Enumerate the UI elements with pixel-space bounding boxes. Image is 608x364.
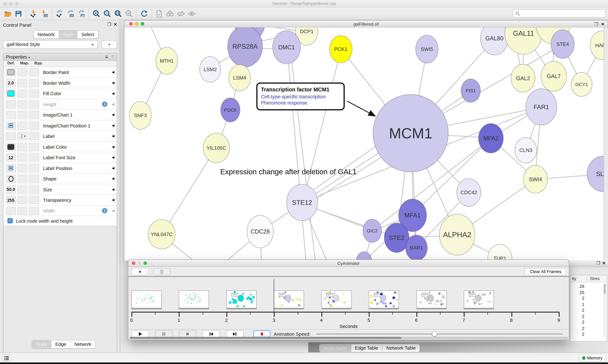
style-select[interactable]: galFiltered Style ▼	[3, 40, 98, 49]
table-cell[interactable]: 2	[571, 320, 584, 325]
play-button[interactable]	[131, 330, 149, 337]
bypass-cell[interactable]	[29, 68, 39, 76]
network-edge[interactable]	[303, 50, 341, 202]
default-value-cell[interactable]	[6, 90, 16, 98]
close-panel-icon[interactable]: ✕	[113, 23, 117, 27]
mapping-cell[interactable]	[17, 175, 28, 183]
frame-thumbnail-4[interactable]	[321, 290, 352, 308]
import-table-icon[interactable]	[39, 9, 50, 19]
lock-checkbox[interactable]: ✓	[7, 218, 13, 223]
speed-slider[interactable]	[316, 334, 563, 335]
mapping-cell[interactable]	[17, 185, 28, 193]
property-row[interactable]: Image/Chart Position 1◀	[3, 120, 117, 131]
default-value-cell[interactable]: 50.0	[6, 185, 16, 193]
expand-row-icon[interactable]: ◀	[112, 81, 114, 85]
zoom-selected-icon[interactable]	[123, 9, 134, 19]
expand-row-icon[interactable]: ◀	[112, 155, 114, 159]
speed-slider-knob[interactable]	[432, 331, 437, 337]
bypass-cell[interactable]	[29, 164, 39, 172]
mapping-cell[interactable]	[17, 164, 28, 172]
property-row[interactable]: Border Paint◀	[3, 67, 117, 78]
cyanimator-hscrollbar[interactable]	[129, 337, 568, 339]
bypass-cell[interactable]	[29, 143, 39, 151]
playhead[interactable]	[274, 279, 274, 312]
annotation-link[interactable]: Pheromone response	[261, 100, 340, 106]
mapping-cell[interactable]	[17, 79, 28, 87]
frame-thumbnail-0[interactable]	[131, 290, 162, 308]
export-image-icon[interactable]	[76, 9, 87, 19]
mapping-cell[interactable]	[17, 207, 28, 215]
export-network-icon[interactable]	[54, 9, 65, 19]
table-cell[interactable]: 2	[571, 296, 584, 300]
pause-button[interactable]	[155, 330, 173, 337]
style-options-button[interactable]: ▼	[102, 40, 117, 49]
property-row[interactable]: ⋮›Label◀	[3, 131, 117, 142]
add-frame-button[interactable]: +	[131, 268, 149, 275]
expand-row-icon[interactable]: ◀	[112, 113, 114, 117]
property-row[interactable]: Label Color◀	[3, 142, 117, 152]
default-value-cell[interactable]	[6, 111, 16, 119]
bypass-cell[interactable]	[29, 153, 39, 161]
bypass-cell[interactable]	[29, 111, 39, 119]
bypass-cell[interactable]	[29, 100, 39, 108]
float-network-icon[interactable]: ❐	[594, 22, 598, 26]
frame-thumbnail-7[interactable]	[464, 290, 494, 308]
table-cell[interactable]: 2	[571, 326, 584, 330]
property-row[interactable]: 255Transparency◀	[3, 195, 117, 205]
network-canvas[interactable]: DCP1RPS28ADMC1PCK1SWI5GAL80GAL11STE4HAP2…	[124, 27, 604, 260]
expand-row-icon[interactable]: ◀	[112, 187, 114, 191]
frame-thumbnail-5[interactable]	[369, 290, 399, 308]
delete-frame-button[interactable]	[153, 268, 170, 275]
mapping-cell[interactable]	[17, 143, 28, 151]
network-graph[interactable]: DCP1RPS28ADMC1PCK1SWI5GAL80GAL11STE4HAP2…	[124, 27, 604, 260]
expand-row-icon[interactable]: ◀	[112, 145, 114, 148]
property-row[interactable]: Image/Chart 1◀	[3, 110, 117, 120]
expand-row-icon[interactable]: ◀	[112, 166, 114, 170]
default-value-cell[interactable]: 12	[6, 153, 16, 161]
tab-style[interactable]: Style	[59, 30, 77, 38]
table-cell[interactable]: 1	[571, 302, 584, 306]
table-cell[interactable]: 25	[571, 290, 584, 294]
bypass-cell[interactable]	[29, 121, 39, 130]
default-value-cell[interactable]	[6, 164, 16, 172]
bypass-cell[interactable]	[29, 132, 39, 140]
default-value-cell[interactable]	[6, 132, 16, 140]
expand-row-icon[interactable]: ◀	[112, 91, 114, 95]
refresh-icon[interactable]	[138, 9, 149, 19]
table-vertical-scrollbar[interactable]	[603, 283, 606, 337]
zoom-out-icon[interactable]	[102, 9, 112, 19]
property-row[interactable]: 12Label Font Size◀	[3, 152, 117, 163]
style-tab-edge[interactable]: Edge	[52, 340, 70, 348]
property-row[interactable]: Fill Color◀	[3, 88, 117, 99]
expand-row-icon[interactable]: ◀	[112, 123, 114, 127]
bypass-cell[interactable]	[29, 79, 39, 87]
frame-thumbnail-1[interactable]	[179, 290, 209, 308]
zoom-in-icon[interactable]	[91, 9, 102, 19]
mapping-cell[interactable]: ⋮›	[17, 132, 28, 140]
hide-selected-icon[interactable]	[175, 9, 186, 19]
annotation-box[interactable]: Transcription factor MCM1 Cell-type-spec…	[256, 83, 345, 110]
property-row[interactable]: Label Position◀	[3, 163, 117, 173]
default-value-cell[interactable]	[6, 207, 16, 215]
float-panel-icon[interactable]: ❐	[108, 23, 111, 27]
expand-all-icon[interactable]: ⇊	[105, 54, 108, 59]
default-value-cell[interactable]	[6, 121, 16, 130]
open-session-icon[interactable]	[2, 9, 13, 19]
record-button[interactable]	[253, 330, 271, 337]
save-session-icon[interactable]	[13, 9, 24, 19]
default-value-cell[interactable]	[6, 100, 16, 108]
mapping-cell[interactable]	[17, 196, 28, 204]
table-cell[interactable]: 2	[571, 332, 584, 337]
stop-button[interactable]	[179, 330, 196, 337]
style-tab-network[interactable]: Network	[70, 340, 95, 348]
next-frame-button[interactable]	[226, 330, 244, 337]
paste-icon[interactable]	[153, 9, 165, 19]
bypass-cell[interactable]	[29, 175, 39, 183]
property-row[interactable]: Widthi◀	[3, 205, 117, 216]
expand-row-icon[interactable]: ◀	[112, 102, 114, 106]
expand-row-icon[interactable]: ◀	[112, 208, 114, 212]
frame-thumbnail-2[interactable]	[226, 290, 257, 308]
expand-row-icon[interactable]: ◀	[112, 198, 114, 202]
panel-menu-button[interactable]	[2, 354, 11, 362]
cyanimator-titlebar[interactable]: CyAnimator	[128, 260, 569, 267]
